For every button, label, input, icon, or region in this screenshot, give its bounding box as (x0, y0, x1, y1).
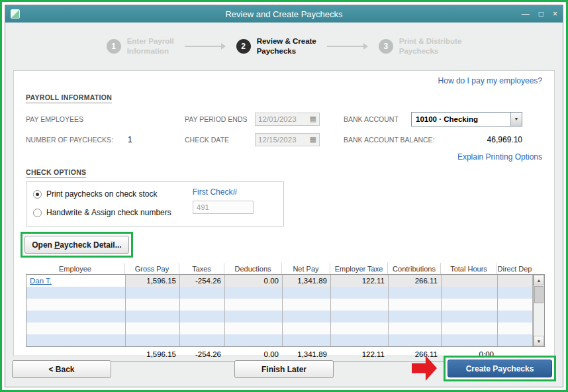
titlebar: Review and Create Paychecks — □ × (5, 5, 563, 23)
window-title: Review and Create Paychecks (5, 9, 563, 19)
empty-table-row (26, 299, 533, 311)
bank-account-dropdown[interactable]: 10100 · Checking ▼ (411, 112, 522, 126)
number-of-paychecks-value: 1 (128, 135, 132, 144)
green-annotation-create: Create Paychecks (444, 356, 556, 381)
column-header-employee: Employee (26, 263, 125, 274)
step-arrow-icon (185, 43, 226, 50)
scroll-up-icon[interactable]: ▲ (534, 275, 544, 285)
empty-table-row (26, 322, 533, 334)
red-arrow-annotation (412, 354, 437, 382)
cell-taxes: -254.26 (180, 275, 225, 287)
pay-employees-label: PAY EMPLOYEES (26, 115, 83, 123)
green-annotation-open-detail: Open Paycheck Detail... (21, 232, 133, 258)
table-body: Dan T. 1,596.15 -254.26 0.00 1,341.89 12… (26, 274, 545, 347)
radio-unselected-icon[interactable] (33, 209, 42, 217)
table-row: Dan T. 1,596.15 -254.26 0.00 1,341.89 12… (26, 275, 533, 287)
explain-printing-options-link[interactable]: Explain Printing Options (26, 152, 542, 162)
table-header: Employee Gross Pay Taxes Deductions Net … (26, 263, 545, 274)
column-header-taxes: Taxes (179, 263, 224, 274)
cell-direct-deposit (498, 275, 533, 287)
bank-account-label: BANK ACCOUNT (344, 115, 399, 123)
empty-table-row (26, 311, 533, 322)
bank-balance-value: 46,969.10 (487, 135, 522, 144)
payroll-information-title: PAYROLL INFORMATION (26, 93, 112, 103)
create-paychecks-button[interactable]: Create Paychecks (448, 360, 552, 377)
column-header-net-pay: Net Pay (282, 263, 330, 274)
minimize-button[interactable]: — (522, 5, 530, 23)
calendar-icon[interactable]: ▦ (310, 135, 316, 144)
step-2-circle: 2 (236, 39, 251, 54)
check-options-section: Print paychecks on check stock Handwrite… (26, 181, 284, 226)
column-header-deductions: Deductions (224, 263, 282, 274)
step-review-create: 2 Review & Create Paychecks (236, 36, 316, 56)
column-header-employer-taxes: Employer Taxe (330, 263, 388, 274)
cell-employer-taxes: 122.11 (331, 275, 389, 287)
pay-period-ends-label: PAY PERIOD ENDS (185, 115, 255, 123)
number-of-paychecks-label: NUMBER OF PAYCHECKS: (26, 136, 113, 144)
step-2-label: Review & Create Paychecks (257, 36, 316, 56)
paychecks-table: Employee Gross Pay Taxes Deductions Net … (26, 263, 545, 362)
pay-period-ends-field[interactable]: 12/01/2023 ▦ (255, 113, 320, 126)
scrollbar-thumb[interactable] (534, 286, 544, 303)
footer: < Back Finish Later Create Paychecks (5, 355, 563, 387)
column-header-gross-pay: Gross Pay (125, 263, 179, 274)
calendar-icon[interactable]: ▦ (310, 115, 316, 123)
annotated-screenshot: Review and Create Paychecks — □ × 1 Ente… (0, 0, 568, 392)
wizard-steps: 1 Enter Payroll Information 2 Review & C… (5, 23, 563, 70)
first-check-number-field[interactable]: 491 (193, 201, 254, 214)
step-enter-payroll: 1 Enter Payroll Information (107, 36, 174, 56)
step-print-distribute: 3 Print & Distribute Paychecks (379, 36, 462, 56)
column-header-contributions: Contributions (388, 263, 441, 274)
column-header-total-hours: Total Hours (441, 263, 497, 274)
how-do-i-pay-link[interactable]: How do I pay my employees? (26, 76, 542, 85)
column-header-direct-deposit: Direct Dep (497, 263, 532, 274)
check-date-field[interactable]: 12/15/2023 ▦ (255, 133, 320, 146)
cell-deductions: 0.00 (225, 275, 283, 287)
step-1-circle: 1 (107, 39, 121, 54)
step-3-circle: 3 (379, 39, 393, 54)
close-button[interactable]: × (553, 5, 557, 23)
scroll-down-icon[interactable]: ▼ (534, 336, 544, 346)
employee-link[interactable]: Dan T. (30, 277, 52, 285)
bank-balance-label: BANK ACCOUNT BALANCE: (344, 136, 435, 144)
radio-selected-icon[interactable] (33, 190, 42, 199)
cell-total-hours (442, 275, 498, 287)
payroll-information-section: PAY EMPLOYEES NUMBER OF PAYCHECKS: 1 PAY… (26, 109, 542, 150)
cell-gross-pay: 1,596.15 (126, 275, 180, 287)
back-button[interactable]: < Back (12, 360, 111, 378)
empty-table-row (26, 334, 533, 346)
step-1-label: Enter Payroll Information (127, 36, 174, 56)
review-create-paychecks-window: Review and Create Paychecks — □ × 1 Ente… (5, 5, 563, 387)
main-panel: How do I pay my employees? PAYROLL INFOR… (13, 70, 555, 356)
step-arrow-icon (327, 43, 368, 50)
open-paycheck-detail-button[interactable]: Open Paycheck Detail... (24, 236, 129, 254)
vertical-scrollbar[interactable]: ▲ ▼ (533, 275, 544, 346)
cell-contributions: 266.11 (389, 275, 442, 287)
check-date-label: CHECK DATE (185, 136, 255, 144)
radio-print-on-check-stock[interactable]: Print paychecks on check stock (33, 187, 171, 201)
check-options-title: CHECK OPTIONS (26, 168, 86, 178)
chevron-down-icon[interactable]: ▼ (510, 113, 522, 126)
step-3-label: Print & Distribute Paychecks (399, 36, 462, 56)
maximize-button[interactable]: □ (539, 5, 544, 23)
radio-handwrite-assign[interactable]: Handwrite & Assign check numbers (33, 206, 171, 219)
empty-table-row (26, 287, 533, 299)
first-check-number-label: First Check# (193, 187, 254, 197)
finish-later-button[interactable]: Finish Later (234, 360, 334, 378)
cell-net-pay: 1,341.89 (283, 275, 331, 287)
